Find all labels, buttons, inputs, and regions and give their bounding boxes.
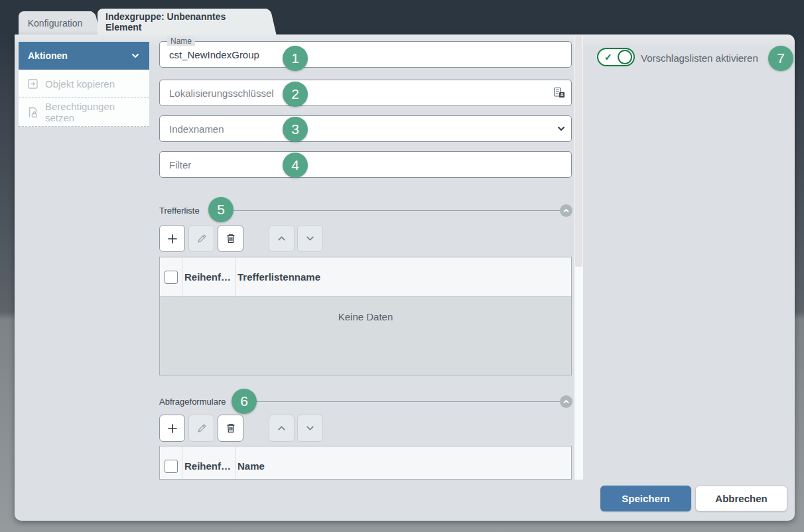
- svg-text:A: A: [561, 92, 564, 97]
- queryforms-edit-button: [188, 415, 214, 442]
- chevron-down-icon: [305, 233, 315, 243]
- pencil-icon: [196, 233, 207, 244]
- name-field-label: Name: [167, 36, 195, 46]
- queryforms-add-button[interactable]: [159, 415, 185, 442]
- queryforms-move-up-button: [269, 415, 295, 442]
- name-field: [159, 41, 572, 68]
- tab-konfiguration-label: Konfiguration: [28, 18, 83, 29]
- toggle-check-icon: ✓: [604, 52, 612, 62]
- annotation-badge-5: 5: [208, 197, 234, 222]
- localization-icon[interactable]: A: [553, 86, 566, 100]
- save-button[interactable]: Speichern: [600, 486, 691, 511]
- app-window: Konfiguration Indexgruppe: Unbenanntes E…: [0, 0, 804, 532]
- column-header-order: Reihenf…: [184, 446, 231, 480]
- annotation-badge-2: 2: [283, 82, 308, 107]
- toggle-knob: [618, 50, 632, 64]
- plus-icon: [167, 233, 178, 245]
- annotation-badge-4: 4: [283, 153, 308, 178]
- hitlist-move-down-button: [297, 225, 323, 252]
- hitlist-collapse-button[interactable]: [560, 204, 572, 217]
- annotation-badge-3: 3: [283, 117, 308, 142]
- content-scrollbar-thumb[interactable]: [575, 36, 582, 267]
- actions-menu-label: Aktionen: [28, 50, 68, 61]
- annotation-badge-1: 1: [283, 46, 308, 71]
- pencil-icon: [196, 423, 207, 434]
- empty-state-text: Keine Daten: [160, 311, 571, 322]
- actions-menu-header[interactable]: Aktionen: [19, 42, 149, 70]
- index-names-input[interactable]: [160, 116, 571, 141]
- trash-icon: [226, 423, 236, 434]
- tab-close-icon[interactable]: ✕: [259, 17, 267, 27]
- menu-item-set-permissions: Berechtigungen setzen: [19, 98, 149, 127]
- index-names-select: [159, 115, 572, 142]
- chevron-up-icon: [277, 423, 287, 433]
- filter-field: [159, 151, 572, 178]
- select-all-checkbox[interactable]: [165, 460, 178, 473]
- column-header-order: Reihenf…: [184, 257, 231, 296]
- menu-item-label: Objekt kopieren: [45, 78, 115, 90]
- chevron-down-icon: [131, 51, 140, 60]
- queryforms-section-title: Abfrageformulare: [159, 397, 226, 407]
- name-input[interactable]: [160, 42, 571, 67]
- hitlist-table: Reihenf… Trefferlistenname Keine Daten: [159, 257, 572, 375]
- localization-key-input[interactable]: [160, 80, 571, 105]
- chevron-up-icon: [563, 398, 570, 405]
- menu-item-copy-object: Objekt kopieren: [19, 70, 149, 98]
- queryforms-move-down-button: [297, 415, 323, 442]
- cancel-button[interactable]: Abbrechen: [695, 486, 787, 511]
- trash-icon: [226, 233, 236, 244]
- permissions-lock-icon: [27, 107, 38, 118]
- suggestions-toggle[interactable]: ✓: [597, 48, 635, 66]
- hitlist-edit-button: [188, 225, 214, 252]
- localization-key-field: A: [159, 80, 572, 106]
- queryforms-table: Reihenf… Name: [159, 446, 572, 480]
- filter-input[interactable]: [160, 152, 571, 177]
- hitlist-delete-button[interactable]: [218, 225, 243, 252]
- queryforms-delete-button[interactable]: [218, 415, 243, 442]
- tab-indexgruppe[interactable]: Indexgruppe: Unbenanntes Element ✕: [98, 9, 267, 34]
- section-divider: [212, 210, 560, 211]
- chevron-up-icon: [563, 207, 570, 214]
- hitlist-section-title: Trefferliste: [159, 206, 200, 216]
- annotation-badge-7: 7: [768, 46, 793, 71]
- tab-indexgruppe-label: Indexgruppe: Unbenanntes Element: [105, 11, 253, 33]
- actions-menu-list: Objekt kopieren Berechtigungen setzen: [19, 70, 149, 127]
- table-header-row: Reihenf… Trefferlistenname: [160, 257, 571, 297]
- hitlist-move-up-button: [269, 225, 295, 252]
- column-header-name: Name: [237, 446, 265, 480]
- annotation-badge-6: 6: [232, 389, 257, 414]
- chevron-down-icon: [305, 423, 315, 433]
- copy-object-icon: [27, 78, 38, 90]
- queryforms-collapse-button[interactable]: [560, 395, 572, 408]
- column-header-name: Trefferlistenname: [237, 257, 320, 296]
- hitlist-add-button[interactable]: [159, 225, 185, 252]
- select-chevron-icon: [557, 124, 566, 133]
- chevron-up-icon: [277, 233, 287, 243]
- select-all-checkbox[interactable]: [165, 271, 178, 284]
- menu-item-label: Berechtigungen setzen: [45, 101, 141, 123]
- tab-konfiguration[interactable]: Konfiguration: [19, 11, 92, 34]
- suggestions-toggle-label: Vorschlagslisten aktivieren: [641, 52, 758, 64]
- plus-icon: [167, 423, 178, 434]
- section-divider: [239, 401, 560, 402]
- table-header-row: Reihenf… Name: [160, 446, 571, 480]
